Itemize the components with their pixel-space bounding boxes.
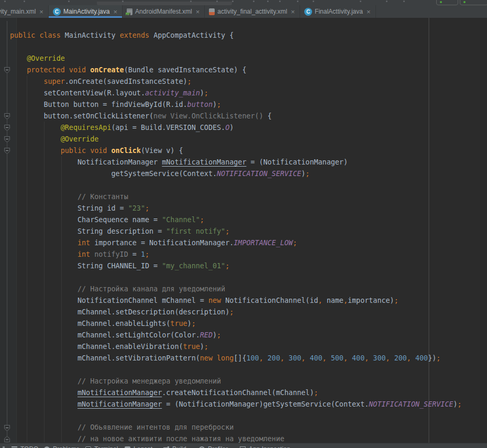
code-line[interactable]: // Настройка канала для уведомлений: [10, 283, 462, 295]
code-line[interactable]: [10, 410, 462, 422]
close-icon[interactable]: ×: [196, 8, 200, 15]
code-line[interactable]: [10, 180, 462, 191]
toolbar-icon-sliver: [68, 1, 70, 2]
code-editor[interactable]: public class MainActivity extends AppCom…: [0, 18, 487, 443]
status-dot-icon: [463, 1, 466, 3]
editor-tab[interactable]: ivity_main.xml×: [0, 5, 49, 18]
close-icon[interactable]: ×: [113, 8, 117, 15]
fold-scope-line: [7, 21, 7, 443]
status-dot-icon: [440, 1, 442, 3]
code-line[interactable]: int importance = NotificationManager.IMP…: [10, 237, 462, 249]
tool-window-button-todo[interactable]: TODO: [12, 445, 38, 448]
toolbar-icon-sliver: [253, 1, 254, 2]
fold-down-icon[interactable]: [4, 67, 10, 76]
toolbar-icon-sliver: [4, 1, 6, 2]
tool-window-button-terminal[interactable]: Terminal: [85, 445, 118, 448]
code-line[interactable]: @RequiresApi(api = Build.VERSION_CODES.O…: [10, 122, 462, 134]
fold-up-icon[interactable]: [4, 435, 10, 443]
code-line[interactable]: @Override: [10, 53, 462, 64]
code-line[interactable]: getSystemService(Context.NOTIFICATION_SE…: [10, 168, 462, 180]
tool-window-label: Build: [172, 445, 186, 448]
toolbar-widget-group-1[interactable]: [436, 0, 458, 5]
code-line[interactable]: mChannel.setVibrationPattern(new long[]{…: [10, 353, 462, 364]
toolbar-icon-sliver: [216, 1, 218, 2]
todo-icon: [12, 446, 17, 448]
tab-label: MainActivity.java: [63, 8, 109, 15]
code-line[interactable]: super.onCreate(savedInstanceState);: [10, 76, 462, 88]
tool-window-button-logcat[interactable]: Logcat: [125, 445, 152, 448]
tool-window-button-app-inspection[interactable]: App Inspection: [240, 445, 290, 448]
tool-window-label: App Inspection: [249, 445, 290, 448]
tool-window-button-problems[interactable]: Problems: [44, 445, 80, 448]
close-icon[interactable]: ×: [367, 8, 371, 15]
code-line[interactable]: int notifyID = 1;: [10, 249, 462, 260]
ide-window: ivity_main.xml×CMainActivity.java×MFAndr…: [0, 0, 487, 448]
code-line[interactable]: setContentView(R.layout.activity_main);: [10, 88, 462, 99]
code-line[interactable]: [10, 41, 462, 53]
fold-down-icon[interactable]: [4, 136, 10, 145]
editor-tab[interactable]: CMainActivity.java×: [49, 5, 123, 18]
tool-window-button-build[interactable]: Build: [163, 445, 186, 448]
fold-down-icon[interactable]: [4, 113, 10, 122]
app-inspection-icon: [240, 446, 246, 448]
code-line[interactable]: mChannel.enableLights(true);: [10, 318, 462, 330]
run-configuration-widget[interactable]: [97, 2, 232, 5]
profiler-icon: [199, 446, 205, 448]
java-class-icon: C: [304, 8, 312, 16]
code-text[interactable]: public class MainActivity extends AppCom…: [10, 18, 462, 443]
fold-down-icon[interactable]: [4, 424, 10, 434]
fold-down-icon[interactable]: [4, 124, 10, 134]
tool-window-button-profiler[interactable]: Profiler: [199, 445, 228, 448]
manifest-file-icon: MF: [127, 8, 132, 15]
code-line[interactable]: // Константы: [10, 191, 462, 203]
toolbar-icon-sliver: [386, 1, 388, 2]
code-line[interactable]: mChannel.setLightColor(Color.RED);: [10, 330, 462, 341]
editor-tab-bar: ivity_main.xml×CMainActivity.java×MFAndr…: [0, 5, 487, 18]
toolbar-icon-sliver: [403, 1, 405, 2]
code-line[interactable]: // Обьявление интентов для переброски: [10, 422, 462, 433]
close-icon[interactable]: ×: [291, 8, 295, 15]
tab-label: ivity_main.xml: [0, 8, 36, 15]
code-line[interactable]: [10, 364, 462, 376]
fold-down-icon[interactable]: [4, 147, 10, 157]
code-line[interactable]: public class MainActivity extends AppCom…: [10, 30, 462, 41]
code-line[interactable]: [10, 272, 462, 283]
toolbar-icon-sliver: [24, 1, 25, 2]
editor-tab[interactable]: CFinalActtivity.java×: [300, 5, 375, 18]
code-line[interactable]: @Override: [10, 134, 462, 145]
toolbar-icon-sliver: [297, 1, 298, 2]
code-line[interactable]: button.setOnClickListener(new View.OnCli…: [10, 111, 462, 122]
toolbar-icon-sliver: [267, 1, 269, 2]
code-line[interactable]: CharSequence name = "Channel";: [10, 214, 462, 226]
code-line[interactable]: mNotificationManager = (NotificationMana…: [10, 399, 462, 410]
code-line[interactable]: NotificationChannel mChannel = new Notif…: [10, 295, 462, 307]
editor-tab[interactable]: MFAndroidManifest.xml×: [123, 5, 205, 18]
toolbar-icon-sliver: [279, 1, 281, 2]
problems-icon: [44, 446, 50, 448]
tab-label: FinalActtivity.java: [315, 8, 363, 15]
tab-label: AndroidManifest.xml: [135, 8, 192, 15]
code-line[interactable]: NotificationManager mNotificationManager…: [10, 157, 462, 168]
code-line[interactable]: mChannel.setDescription(description);: [10, 307, 462, 318]
java-class-icon: C: [53, 8, 61, 16]
editor-tab[interactable]: activity_final_acttivity.xml×: [205, 5, 300, 18]
toolbar-widget-group-2[interactable]: [460, 0, 487, 5]
code-line[interactable]: Button button = findViewById(R.id.button…: [10, 99, 462, 111]
code-line[interactable]: String description = "first notify";: [10, 226, 462, 237]
code-line[interactable]: // на новое активити после нажатия на ув…: [10, 433, 462, 443]
code-line[interactable]: protected void onCreate(Bundle savedInst…: [10, 64, 462, 76]
code-line[interactable]: mNotificationManager.createNotificationC…: [10, 387, 462, 399]
tab-label: activity_final_acttivity.xml: [217, 8, 287, 15]
tool-window-label: Problems: [53, 445, 80, 448]
code-line[interactable]: String CHANNEL_ID = "my_channel_01";: [10, 260, 462, 272]
code-line[interactable]: mChannel.enableVibration(true);: [10, 341, 462, 353]
code-line[interactable]: [10, 18, 462, 30]
tool-window-label: Terminal: [94, 445, 118, 448]
code-line[interactable]: String id = "23";: [10, 203, 462, 214]
code-line[interactable]: public void onClick(View v) {: [10, 145, 462, 157]
close-icon[interactable]: ×: [39, 8, 43, 15]
terminal-icon: [85, 446, 91, 448]
code-line[interactable]: // Настройка менеджера уведомлений: [10, 376, 462, 387]
toolbar-icon-sliver: [190, 1, 192, 2]
tool-window-label: Logcat: [134, 445, 152, 448]
